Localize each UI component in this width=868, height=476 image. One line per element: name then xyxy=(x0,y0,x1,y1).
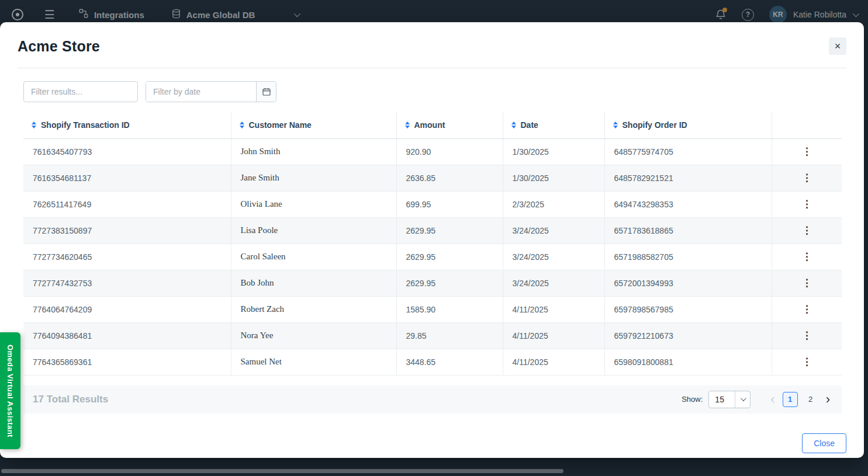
total-results: 17 Total Results xyxy=(33,394,108,405)
sort-icon[interactable] xyxy=(32,121,36,128)
order-id-cell: 6571783618865 xyxy=(604,217,772,244)
calendar-button[interactable] xyxy=(256,82,276,102)
transaction-id-cell: 7727747432753 xyxy=(23,270,231,296)
order-id-cell: 6598091800881 xyxy=(604,349,772,375)
filter-date-input[interactable] xyxy=(146,82,256,102)
transaction-id-cell: 7616345407793 xyxy=(23,138,231,165)
table-footer: 17 Total Results Show: 15 ‹ 1 2 › xyxy=(23,385,842,414)
customer-name-cell: Samuel Net xyxy=(231,349,396,375)
row-actions-menu-icon[interactable]: ⋮ xyxy=(797,172,817,184)
sort-icon[interactable] xyxy=(405,121,410,128)
order-id-cell: 6494743298353 xyxy=(604,191,772,217)
row-actions-menu-icon[interactable]: ⋮ xyxy=(797,356,817,368)
calendar-icon xyxy=(262,87,271,96)
row-actions-menu-icon[interactable]: ⋮ xyxy=(797,224,817,237)
next-page-icon[interactable]: › xyxy=(824,393,832,406)
column-header-date[interactable]: Date xyxy=(503,112,604,138)
table-row: 7727734620465 Carol Saleen 2629.95 3/24/… xyxy=(23,244,842,270)
row-actions-menu-icon[interactable]: ⋮ xyxy=(797,145,817,158)
column-label: Date xyxy=(521,120,538,130)
column-header-order-id[interactable]: Shopify Order ID xyxy=(604,112,772,138)
sort-icon[interactable] xyxy=(511,121,516,128)
modal-body: Shopify Transaction ID Customer Name xyxy=(0,68,864,414)
filter-date-field xyxy=(146,81,276,102)
column-header-amount[interactable]: Amount xyxy=(396,112,503,138)
show-label: Show: xyxy=(682,395,703,404)
column-header-actions xyxy=(772,112,842,138)
date-cell: 2/3/2025 xyxy=(503,191,604,217)
transaction-id-cell: 7727383150897 xyxy=(23,217,231,244)
chevron-down-icon xyxy=(735,391,750,408)
customer-name-cell: Carol Saleen xyxy=(231,244,396,270)
previous-page-icon[interactable]: ‹ xyxy=(768,393,777,406)
column-header-transaction-id[interactable]: Shopify Transaction ID xyxy=(23,112,231,138)
customer-name-cell: Robert Zach xyxy=(231,296,396,322)
column-label: Shopify Order ID xyxy=(623,120,687,130)
order-id-cell: 6572001394993 xyxy=(604,270,772,296)
table-row: 7764094386481 Nora Yee 29.85 4/11/2025 6… xyxy=(23,322,842,349)
page-button-1[interactable]: 1 xyxy=(783,392,798,407)
page-size-value: 15 xyxy=(709,395,735,404)
table-row: 7727383150897 Lisa Poole 2629.95 3/24/20… xyxy=(23,217,842,244)
screen: ☰ Integrations xyxy=(0,0,868,476)
amount-cell: 920.90 xyxy=(396,138,503,165)
transaction-id-cell: 7626511417649 xyxy=(23,191,231,217)
date-cell: 4/11/2025 xyxy=(503,349,604,375)
amount-cell: 3448.65 xyxy=(396,349,503,375)
column-label: Shopify Transaction ID xyxy=(41,120,130,130)
transactions-table: Shopify Transaction ID Customer Name xyxy=(23,112,842,376)
amount-cell: 2629.95 xyxy=(396,217,503,244)
page-title: Acme Store xyxy=(18,38,100,55)
pagination-controls: Show: 15 ‹ 1 2 › xyxy=(682,391,832,408)
close-button[interactable]: Close xyxy=(802,433,846,453)
amount-cell: 1585.90 xyxy=(396,296,503,322)
column-header-customer-name[interactable]: Customer Name xyxy=(231,112,396,138)
filters-row xyxy=(23,81,842,102)
date-cell: 3/24/2025 xyxy=(503,217,604,244)
order-id-cell: 6571988582705 xyxy=(604,244,772,270)
row-actions-menu-icon[interactable]: ⋮ xyxy=(797,303,817,315)
date-cell: 3/24/2025 xyxy=(503,270,604,296)
row-actions-menu-icon[interactable]: ⋮ xyxy=(797,198,817,210)
date-cell: 1/30/2025 xyxy=(503,165,604,191)
filter-results-input[interactable] xyxy=(23,81,138,102)
table-row: 7764365869361 Samuel Net 3448.65 4/11/20… xyxy=(23,349,842,375)
transaction-id-cell: 7764064764209 xyxy=(23,296,231,322)
virtual-assistant-label: Omeda Virtual Assistant xyxy=(6,345,15,437)
table-row: 7616345407793 John Smith 920.90 1/30/202… xyxy=(23,138,842,165)
customer-name-cell: John Smith xyxy=(231,138,396,165)
page-size-select[interactable]: 15 xyxy=(708,391,751,408)
transaction-id-cell: 7764094386481 xyxy=(23,322,231,349)
order-id-cell: 6597921210673 xyxy=(604,322,772,349)
modal-footer: Close xyxy=(0,414,864,453)
amount-cell: 2629.95 xyxy=(396,270,503,296)
order-id-cell: 6597898567985 xyxy=(604,296,772,322)
modal-header: Acme Store × xyxy=(0,22,864,68)
virtual-assistant-tab[interactable]: Omeda Virtual Assistant xyxy=(0,332,20,449)
date-cell: 4/11/2025 xyxy=(503,296,604,322)
amount-cell: 2636.85 xyxy=(396,165,503,191)
customer-name-cell: Nora Yee xyxy=(231,322,396,349)
date-cell: 4/11/2025 xyxy=(503,322,604,349)
table-header-row: Shopify Transaction ID Customer Name xyxy=(23,112,842,138)
pager: ‹ 1 2 › xyxy=(768,392,832,407)
close-icon[interactable]: × xyxy=(829,37,846,55)
table-row: 7616354681137 Jane Smith 2636.85 1/30/20… xyxy=(23,165,842,191)
column-label: Amount xyxy=(414,120,445,130)
order-id-cell: 6485775974705 xyxy=(604,138,772,165)
column-label: Customer Name xyxy=(249,120,312,130)
sort-icon[interactable] xyxy=(613,121,618,128)
customer-name-cell: Bob John xyxy=(231,270,396,296)
customer-name-cell: Lisa Poole xyxy=(231,217,396,244)
date-cell: 3/24/2025 xyxy=(503,244,604,270)
customer-name-cell: Olivia Lane xyxy=(231,191,396,217)
transaction-id-cell: 7616354681137 xyxy=(23,165,231,191)
transaction-id-cell: 7764365869361 xyxy=(23,349,231,375)
sort-icon[interactable] xyxy=(240,121,244,128)
row-actions-menu-icon[interactable]: ⋮ xyxy=(797,329,817,342)
row-actions-menu-icon[interactable]: ⋮ xyxy=(797,251,817,263)
row-actions-menu-icon[interactable]: ⋮ xyxy=(797,277,817,289)
page-button-2[interactable]: 2 xyxy=(803,392,818,407)
table-row: 7764064764209 Robert Zach 1585.90 4/11/2… xyxy=(23,296,842,322)
acme-store-modal: Acme Store × xyxy=(0,22,864,458)
